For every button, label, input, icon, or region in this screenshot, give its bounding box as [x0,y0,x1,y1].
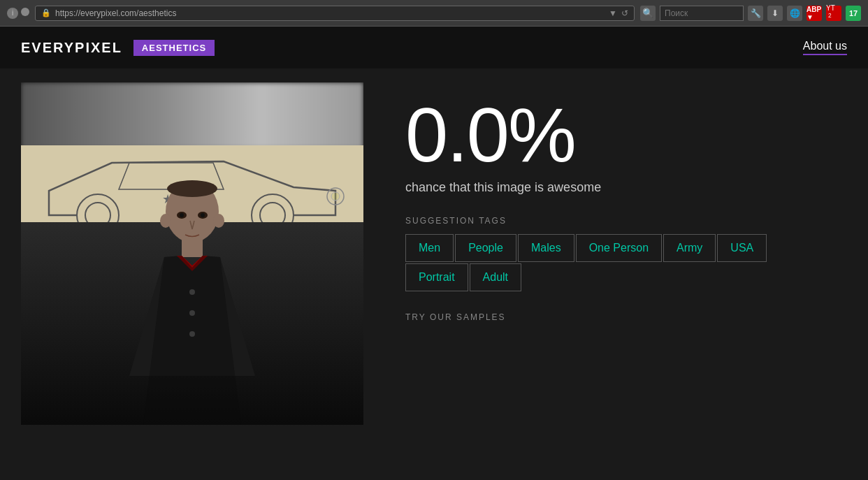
tag-males[interactable]: Males [518,234,574,262]
try-samples-label: TRY OUR SAMPLES [405,312,847,322]
svg-point-17 [189,310,195,316]
main-content: ★ [0,68,868,474]
about-link[interactable]: About us [803,40,847,55]
globe-icon[interactable]: 🌐 [787,6,802,21]
tag-people[interactable]: People [455,234,516,262]
search-input[interactable] [660,6,744,21]
awesome-text: chance that this image is awesome [405,180,847,195]
info-icon[interactable]: i [7,8,18,19]
svg-point-18 [189,331,195,337]
svg-rect-9 [182,240,203,257]
tags-row-2: Portrait Adult [405,263,847,291]
tags-grid: Men People Males One Person Army USA Por… [405,234,847,291]
tab-count[interactable]: 17 [846,6,861,21]
svg-point-16 [189,289,195,295]
svg-point-12 [180,213,184,217]
svg-point-14 [160,214,171,228]
yt-icon[interactable]: YT 2 [826,6,841,21]
tag-adult[interactable]: Adult [470,263,521,291]
download-icon[interactable]: ⬇ [767,6,783,21]
tools-icon[interactable]: 🔧 [748,6,763,21]
logo[interactable]: EVERYPIXEL [21,40,122,56]
search-bar-icon: 🔍 [640,6,656,21]
browser-dots: i [7,8,29,19]
photo-panel: ★ [21,82,363,425]
tag-usa[interactable]: USA [717,234,767,262]
svg-point-8 [167,180,217,197]
svg-point-15 [213,214,224,228]
photo-bg-top [21,82,363,149]
navbar: EVERYPIXEL AESTHETICS About us [0,27,868,68]
dot-1 [21,8,29,16]
right-panel: 0.0% chance that this image is awesome S… [405,82,847,460]
tag-portrait[interactable]: Portrait [405,263,468,291]
aesthetics-badge[interactable]: AESTHETICS [133,40,215,56]
tag-one-person[interactable]: One Person [576,234,662,262]
svg-point-13 [201,213,205,217]
tag-men[interactable]: Men [405,234,454,262]
abp-icon[interactable]: ABP ▼ [806,6,822,21]
url-bar[interactable]: 🔒 https://everypixel.com/aesthetics ▼ ↺ [35,6,635,21]
navbar-left: EVERYPIXEL AESTHETICS [21,40,215,56]
suggestion-tags-label: SUGGESTION TAGS [405,216,847,226]
browser-controls: 🔍 🔧 ⬇ 🌐 ABP ▼ YT 2 17 [640,6,861,21]
person-figure [73,180,311,425]
percentage-display: 0.0% [405,96,847,173]
url-text: https://everypixel.com/aesthetics [55,8,176,18]
tag-army[interactable]: Army [663,234,716,262]
tags-row-1: Men People Males One Person Army USA [405,234,847,262]
browser-chrome: i 🔒 https://everypixel.com/aesthetics ▼ … [0,0,868,27]
svg-point-5 [331,192,340,201]
